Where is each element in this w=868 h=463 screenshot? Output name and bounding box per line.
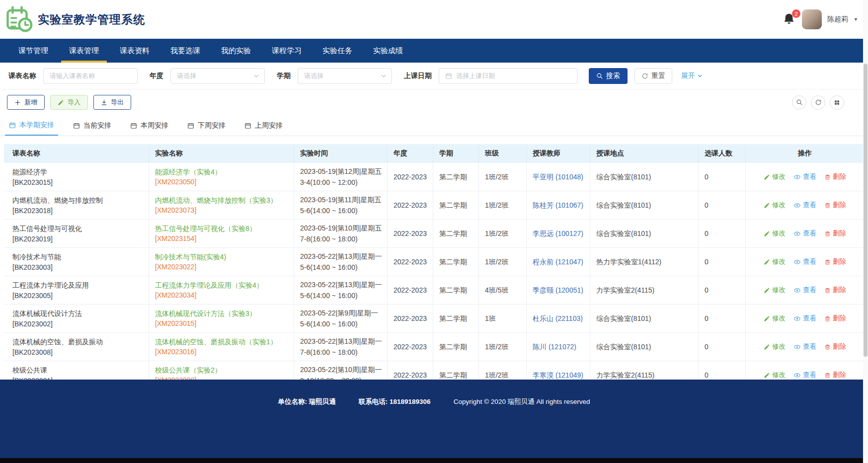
nav-item[interactable]: 我要选课 [162,39,208,63]
edit-button[interactable]: 修改 [764,200,786,210]
delete-button[interactable]: 删除 [824,370,846,380]
delete-button[interactable]: 删除 [824,285,846,295]
location-cell: 热力学实验室1(4112) [596,257,692,267]
edit-button[interactable]: 修改 [764,285,786,295]
table-refresh-button[interactable] [811,95,825,110]
class-cell: 1班/2班 [485,342,520,352]
add-button[interactable]: 新增 [7,95,45,110]
view-button[interactable]: 查看 [793,370,816,380]
year-cell: 2022-2023 [394,257,427,267]
edit-icon [764,202,770,209]
semester-cell: 第二学期 [439,313,473,323]
enroll-count-cell: 0 [705,285,739,295]
schedule-tab-label: 当前安排 [83,121,111,130]
schedule-name: 热工信号处理与可视化 [12,224,143,233]
view-button[interactable]: 查看 [793,342,816,352]
experiment-time-slot: 5-6(14:00 ~ 16:00) [300,262,381,272]
nav-item[interactable]: 课程学习 [264,39,310,63]
column-settings-button[interactable] [830,95,844,110]
nav-item-label: 我要选课 [170,46,200,56]
nav-item[interactable]: 我的实验 [213,39,259,63]
location-cell: 综合实验室(8101) [596,229,692,238]
view-button[interactable]: 查看 [793,285,816,295]
table-row: 工程流体力学理论及应用 [BK2023005] 工程流体力学理论及应用（实验4）… [4,276,864,305]
notifications-button[interactable]: 2 [783,12,796,27]
class-cell: 1班/2班 [485,370,520,380]
edit-button[interactable]: 修改 [764,342,786,352]
footer-copyright: Copyright © 2020 瑞熙贝通 All rights reserve… [454,397,590,406]
search-button[interactable]: 搜索 [589,68,628,84]
search-icon [596,73,603,79]
user-avatar[interactable] [802,9,822,29]
enroll-count-cell: 0 [705,313,739,323]
delete-button[interactable]: 删除 [824,172,846,182]
nav-item[interactable]: 课表资料 [112,39,158,63]
experiment-code: [XM2023073] [155,205,288,215]
export-button[interactable]: 导出 [93,95,131,110]
delete-button[interactable]: 删除 [824,200,846,210]
schedule-tab[interactable]: 当前安排 [69,115,115,136]
reset-button[interactable]: 重置 [634,68,672,84]
teacher-link[interactable]: 李思远 (100127) [533,229,584,238]
edit-button[interactable]: 修改 [764,172,786,182]
experiment-name: 热工信号处理与可视化（实验8） [155,224,288,232]
experiment-code: [XM2023022] [155,262,288,272]
schedule-tab[interactable]: 下周安排 [183,115,230,136]
semester-select-placeholder: 请选择 [304,72,323,80]
experiment-code: [XM2023034] [155,290,288,300]
delete-button[interactable]: 删除 [824,313,846,323]
nav-item[interactable]: 课表管理 [61,39,107,63]
table-row: 内燃机流动、燃烧与排放控制 [BK2023018] 内燃机流动、燃烧与排放控制（… [4,191,864,220]
teacher-link[interactable]: 陈川 (121072) [533,342,584,352]
schedule-tab[interactable]: 本学期安排 [5,115,58,136]
semester-select[interactable]: 请选择 [298,68,392,84]
class-cell: 1班/2班 [485,200,520,210]
delete-button-label: 删除 [833,172,846,182]
teacher-link[interactable]: 杜乐山 (221103) [533,313,584,323]
user-area: 2 陈超莉 ▼ [783,9,860,29]
view-button[interactable]: 查看 [793,200,816,210]
view-button[interactable]: 查看 [793,172,816,182]
experiment-date: 2023-05-22|第13周|星期一 [300,280,381,290]
username[interactable]: 陈超莉 [827,15,848,24]
schedule-name: 流体机械的空蚀、磨损及振动 [12,337,143,346]
teacher-link[interactable]: 李寒漠 (121049) [533,370,584,380]
class-date-input[interactable]: 选择上课日期 [439,68,578,84]
import-button[interactable]: 导入 [50,95,88,110]
edit-button-label: 修改 [772,313,786,323]
nav-item[interactable]: 课节管理 [10,39,56,63]
nav-item-label: 课表管理 [69,46,99,56]
view-button-label: 查看 [803,342,816,352]
chevron-down-icon [253,73,259,79]
calendar-icon [130,122,137,129]
table-header-label: 课表名称 [12,149,40,158]
edit-button[interactable]: 修改 [764,229,786,238]
nav-item[interactable]: 实验任务 [315,39,360,63]
view-button[interactable]: 查看 [793,257,816,267]
scrollbar-thumb[interactable] [864,64,868,357]
schedule-name-input[interactable] [43,68,138,84]
table-search-button[interactable] [792,95,806,110]
teacher-link[interactable]: 程永前 (121047) [533,257,584,267]
delete-button[interactable]: 删除 [824,342,846,352]
nav-item[interactable]: 实验成绩 [365,39,411,63]
trash-icon [824,259,831,265]
import-button-label: 导入 [68,98,80,107]
edit-button[interactable]: 修改 [764,313,786,323]
year-select[interactable]: 请选择 [170,68,265,84]
edit-button[interactable]: 修改 [764,257,786,267]
teacher-link[interactable]: 平亚明 (101048) [533,172,584,182]
delete-button-label: 删除 [833,285,846,295]
teacher-link[interactable]: 季彦颐 (120051) [533,285,584,295]
schedule-tab[interactable]: 上周安排 [240,115,287,136]
view-button[interactable]: 查看 [793,313,816,323]
schedule-tab[interactable]: 本周安排 [126,115,172,136]
view-button[interactable]: 查看 [793,229,816,238]
chevron-down-icon[interactable]: ▼ [854,17,858,22]
delete-button[interactable]: 删除 [824,257,846,267]
semester-cell: 第二学期 [439,200,473,210]
delete-button[interactable]: 删除 [824,229,846,238]
edit-button[interactable]: 修改 [764,370,786,380]
teacher-link[interactable]: 陈桂芳 (101067) [533,200,584,210]
expand-link[interactable]: 展开 [681,72,703,80]
